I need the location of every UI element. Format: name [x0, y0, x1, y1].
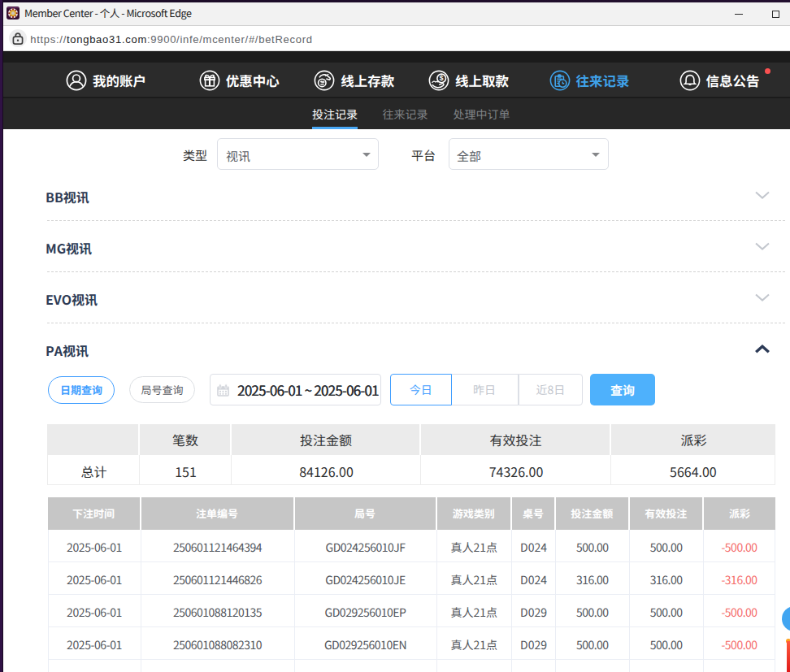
svg-text:$: $	[440, 74, 444, 82]
